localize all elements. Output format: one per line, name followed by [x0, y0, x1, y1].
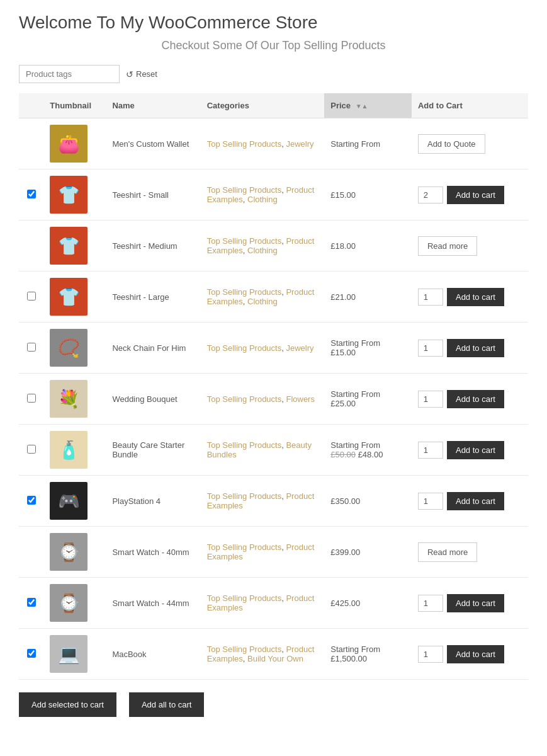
quantity-input-2[interactable]	[418, 186, 443, 203]
table-header-row: Thumbnail Name Categories Price ▼▲ Add t…	[19, 93, 528, 118]
reset-button[interactable]: ↺ Reset	[126, 69, 157, 79]
category-link-2-2[interactable]: Clothing	[247, 195, 278, 204]
add-to-quote-button-1[interactable]: Add to Quote	[418, 134, 485, 154]
col-checkbox	[19, 93, 43, 118]
thumbnail-cell: 👕	[43, 169, 106, 220]
categories-cell: Top Selling Products, Jewelry	[201, 323, 325, 374]
categories-cell: Top Selling Products, Product Examples, …	[201, 272, 325, 323]
category-link-1-0[interactable]: Top Selling Products	[207, 139, 282, 149]
product-name-cell: Teeshirt - Small	[106, 169, 200, 220]
price-cell: £350.00	[324, 476, 412, 527]
category-link-11-2[interactable]: Build Your Own	[247, 654, 303, 663]
price-sort-icons: ▼▲	[356, 103, 368, 110]
category-link-1-1[interactable]: Jewelry	[286, 139, 313, 149]
quantity-input-6[interactable]	[418, 391, 443, 408]
cart-cell: Add to cart	[412, 169, 528, 220]
checkbox-cell	[19, 220, 43, 272]
price-cell: £18.00	[324, 220, 412, 272]
cart-cell: Add to cart	[412, 374, 528, 425]
categories-cell: Top Selling Products, Flowers	[201, 374, 325, 425]
quantity-input-7[interactable]	[418, 442, 443, 459]
category-link-8-0[interactable]: Top Selling Products	[207, 491, 282, 501]
qty-cart-wrapper-4: Add to cart	[418, 288, 522, 306]
category-link-9-0[interactable]: Top Selling Products	[207, 542, 282, 552]
row-checkbox-2[interactable]	[27, 190, 36, 198]
read-more-button-3[interactable]: Read more	[418, 236, 477, 256]
price-cell: Starting From	[324, 118, 412, 169]
qty-cart-wrapper-5: Add to cart	[418, 339, 522, 357]
categories-cell: Top Selling Products, Product Examples	[201, 578, 325, 629]
add-to-cart-button-6[interactable]: Add to cart	[447, 390, 504, 408]
row-checkbox-4[interactable]	[27, 292, 36, 301]
qty-cart-wrapper-6: Add to cart	[418, 390, 522, 408]
price-cell: £399.00	[324, 527, 412, 578]
category-link-5-1[interactable]: Jewelry	[286, 343, 313, 353]
category-link-2-0[interactable]: Top Selling Products	[207, 185, 282, 195]
category-link-3-2[interactable]: Clothing	[247, 246, 278, 255]
price-cell: Starting From£50.00 £48.00	[324, 425, 412, 476]
row-checkbox-6[interactable]	[27, 394, 36, 403]
category-link-5-0[interactable]: Top Selling Products	[207, 343, 282, 353]
row-checkbox-8[interactable]	[27, 496, 36, 505]
quantity-input-10[interactable]	[418, 595, 443, 612]
add-to-cart-button-5[interactable]: Add to cart	[447, 339, 504, 357]
add-to-cart-button-2[interactable]: Add to cart	[447, 186, 504, 204]
table-row: 🎮PlayStation 4Top Selling Products, Prod…	[19, 476, 528, 527]
checkbox-cell	[19, 169, 43, 220]
checkbox-cell	[19, 629, 43, 680]
category-link-4-2[interactable]: Clothing	[247, 297, 278, 306]
add-all-to-cart-button[interactable]: Add all to cart	[129, 692, 205, 717]
table-row: 💐Wedding BouquetTop Selling Products, Fl…	[19, 374, 528, 425]
category-link-6-1[interactable]: Flowers	[286, 394, 315, 404]
quantity-input-5[interactable]	[418, 340, 443, 357]
thumbnail-cell: ⌚	[43, 527, 106, 578]
checkbox-cell	[19, 272, 43, 323]
category-link-6-0[interactable]: Top Selling Products	[207, 394, 282, 404]
col-price: Price ▼▲	[324, 93, 412, 118]
col-categories: Categories	[201, 93, 325, 118]
cart-cell: Add to cart	[412, 476, 528, 527]
table-row: 🧴Beauty Care Starter BundleTop Selling P…	[19, 425, 528, 476]
row-checkbox-7[interactable]	[27, 445, 36, 454]
price-cell: £425.00	[324, 578, 412, 629]
cart-cell: Add to cart	[412, 272, 528, 323]
add-to-cart-button-7[interactable]: Add to cart	[447, 441, 504, 459]
product-thumbnail-4: 👕	[50, 278, 87, 316]
read-more-button-9[interactable]: Read more	[418, 542, 477, 562]
category-link-10-0[interactable]: Top Selling Products	[207, 593, 282, 603]
table-row: 👕Teeshirt - LargeTop Selling Products, P…	[19, 272, 528, 323]
quantity-input-8[interactable]	[418, 493, 443, 510]
cart-cell: Read more	[412, 527, 528, 578]
checkbox-cell	[19, 374, 43, 425]
category-link-7-0[interactable]: Top Selling Products	[207, 440, 282, 450]
product-thumbnail-1: 👛	[50, 125, 87, 163]
category-link-11-0[interactable]: Top Selling Products	[207, 644, 282, 654]
row-checkbox-5[interactable]	[27, 343, 36, 352]
table-row: ⌚Smart Watch - 40mmTop Selling Products,…	[19, 527, 528, 578]
row-checkbox-11[interactable]	[27, 649, 36, 658]
product-thumbnail-7: 🧴	[50, 431, 87, 469]
add-selected-to-cart-button[interactable]: Add selected to cart	[19, 692, 116, 717]
price-text: £18.00	[330, 241, 356, 251]
categories-cell: Top Selling Products, Jewelry	[201, 118, 325, 169]
add-to-cart-button-8[interactable]: Add to cart	[447, 492, 504, 510]
price-text: £21.00	[330, 292, 356, 302]
product-name-cell: Neck Chain For Him	[106, 323, 200, 374]
add-to-cart-button-10[interactable]: Add to cart	[447, 594, 504, 612]
add-to-cart-button-11[interactable]: Add to cart	[447, 645, 504, 663]
add-to-cart-button-4[interactable]: Add to cart	[447, 288, 504, 306]
category-link-4-0[interactable]: Top Selling Products	[207, 287, 282, 297]
thumbnail-cell: 🎮	[43, 476, 106, 527]
thumbnail-cell: 📿	[43, 323, 106, 374]
price-cell: £15.00	[324, 169, 412, 220]
row-checkbox-10[interactable]	[27, 598, 36, 607]
product-name-cell: Beauty Care Starter Bundle	[106, 425, 200, 476]
product-tags-input[interactable]	[19, 65, 120, 83]
price-sub: £15.00	[330, 348, 356, 357]
price-text: £425.00	[330, 598, 360, 608]
category-link-3-0[interactable]: Top Selling Products	[207, 236, 282, 246]
price-sub: £25.00	[330, 399, 356, 408]
reset-icon: ↺	[126, 69, 133, 79]
quantity-input-11[interactable]	[418, 646, 443, 663]
quantity-input-4[interactable]	[418, 289, 443, 306]
